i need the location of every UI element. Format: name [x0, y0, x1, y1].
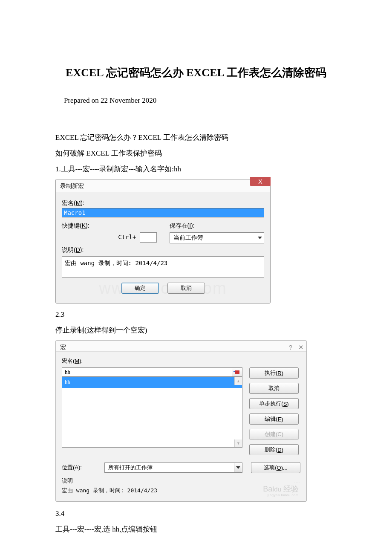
ctrl-plus-label: Ctrl+: [62, 232, 136, 242]
location-select[interactable]: 所有打开的工作簿: [104, 462, 242, 473]
shortcut-key-input[interactable]: [140, 232, 157, 243]
dialog-title-text: 录制新宏: [60, 182, 84, 189]
shortcut-label: 快捷键(K):: [62, 221, 157, 230]
macro-list-item-selected[interactable]: hh: [62, 377, 242, 388]
description-input[interactable]: 宏由 wang 录制，时间: 2014/4/23: [62, 256, 264, 278]
dialog2-titlebar: 宏 ? ✕: [56, 341, 306, 352]
macro-listbox[interactable]: hh ▲ ▼: [62, 377, 242, 448]
reference-icon-button[interactable]: [232, 367, 242, 377]
location-value: 所有打开的工作簿: [108, 463, 153, 472]
dialog2-title-text: 宏: [60, 344, 66, 350]
save-in-label: 保存在(I):: [170, 221, 265, 230]
run-button[interactable]: 执行(R): [249, 367, 299, 379]
create-button: 创建(C): [249, 429, 299, 440]
edit-button[interactable]: 编辑(E): [249, 413, 299, 425]
baidu-watermark: ∴∴ Baidu 经验 jingyan.baidu.com: [263, 477, 299, 497]
intro-line-1: EXCEL 忘记密码怎么办？EXCEL 工作表怎么清除密码: [55, 132, 337, 143]
page-title: EXCEL 忘记密码怎么办 EXCEL 工作表怎么清除密码: [55, 64, 337, 82]
step-1: 1.工具---宏----录制新宏---输入名字如:hh: [55, 163, 337, 175]
intro-line-2: 如何破解 EXCEL 工作表保护密码: [55, 147, 337, 159]
macro-list-dialog: 宏 ? ✕ 宏名(M): hh ▲ ▼: [55, 340, 307, 501]
reference-icon: [235, 370, 239, 374]
ok-button[interactable]: 确定: [121, 283, 159, 294]
save-in-select[interactable]: 当前工作簿: [170, 232, 265, 243]
macro-name-label: 宏名(M):: [62, 198, 264, 208]
save-in-value: 当前工作簿: [173, 233, 203, 242]
prepared-date: Prepared on 22 November 2020: [64, 95, 337, 106]
macro-name-input[interactable]: [62, 208, 264, 217]
options-button[interactable]: 选项(O)...: [251, 462, 300, 473]
watermark-text: www.bdocx.com: [99, 275, 227, 301]
record-macro-dialog: 录制新宏 X 宏名(M): 快捷键(K): Ctrl+ 保存在(I):: [55, 179, 271, 304]
step-3-num: 3.4: [55, 508, 337, 519]
chevron-down-icon: [258, 237, 262, 239]
chevron-down-icon: [234, 463, 242, 472]
cancel-button[interactable]: 取消: [167, 283, 205, 294]
cancel-button-2[interactable]: 取消: [249, 383, 299, 394]
macro-name-field[interactable]: [62, 367, 232, 377]
step-2-text: 停止录制(这样得到一个空宏): [55, 324, 337, 336]
scroll-up-icon[interactable]: ▲: [234, 377, 242, 385]
step-2-num: 2.3: [55, 309, 337, 320]
dialog-titlebar: 录制新宏 X: [56, 179, 270, 192]
location-label: 位置(A):: [62, 463, 96, 472]
step-3-text: 工具---宏----宏,选 hh,点编辑按钮: [55, 523, 337, 535]
close-button[interactable]: X: [250, 177, 271, 186]
help-icon[interactable]: ?: [289, 342, 292, 353]
description-label: 说明(D):: [62, 245, 264, 254]
delete-button[interactable]: 删除(D): [249, 444, 299, 455]
macro-name-label-2: 宏名(M):: [62, 358, 83, 364]
scroll-down-icon[interactable]: ▼: [234, 439, 242, 447]
close-icon[interactable]: ✕: [298, 342, 304, 353]
step-into-button[interactable]: 单步执行(S): [249, 398, 299, 409]
